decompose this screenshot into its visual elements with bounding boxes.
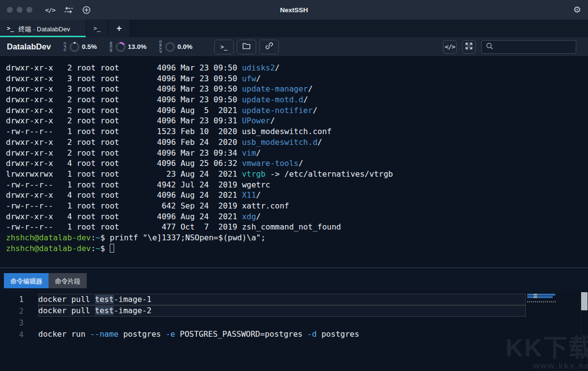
line-number: 4 [0, 329, 24, 341]
editor-scrollbar [581, 292, 588, 371]
window-minimize-button[interactable] [17, 7, 23, 13]
window-controls [7, 7, 32, 13]
terminal-line: drwxr-xr-x 2 root root 4096 Mar 23 09:50… [6, 94, 588, 105]
terminal-line: zhshch@datalab-dev:~$ printf "\e]1337;NS… [6, 232, 588, 243]
command-panel: 命令编辑器命令片段 1234 docker pull test-image-1d… [0, 268, 588, 371]
fullscreen-button[interactable] [462, 40, 476, 54]
terminal-line: drwxr-xr-x 2 root root 4096 Mar 23 09:31… [6, 116, 588, 126]
gauge-swap: SWAP0.0% [158, 40, 193, 54]
code-icon[interactable]: </> [45, 6, 55, 14]
terminal-line: drwxr-xr-x 2 root root 4096 Mar 23 09:50… [6, 63, 588, 73]
gauge-label: MEM [109, 42, 113, 52]
code-icon: </> [445, 43, 455, 50]
session-toolbar: DatalabDev CPU0.5%MEM13.0%SWAP0.0% >_ </… [0, 37, 588, 57]
window-close-button[interactable] [7, 7, 13, 13]
swap-icon[interactable] [64, 6, 74, 14]
terminal-icon: >_ [94, 25, 100, 32]
command-editor[interactable]: 1234 docker pull test-image-1docker pull… [0, 292, 588, 371]
search-input[interactable] [496, 43, 572, 50]
file-manager-button[interactable] [237, 40, 256, 54]
host-label: DatalabDev [7, 37, 51, 56]
expand-icon [465, 42, 473, 52]
terminal-line: drwxr-xr-x 4 root root 4096 Aug 24 2021 … [6, 190, 588, 201]
minimap-line [527, 296, 553, 298]
terminal-line: drwxr-xr-x 2 root root 4096 Mar 23 09:34… [6, 148, 588, 159]
link-icon [265, 42, 273, 52]
editor-line [38, 317, 526, 328]
editor-line: docker pull test-image-2 [38, 305, 526, 317]
minimap-line [527, 294, 555, 296]
new-tab-button[interactable]: + [108, 20, 130, 37]
terminal-line: zhshch@datalab-dev:~$ [6, 243, 588, 254]
terminal-line: -rw-r--r-- 1 root root 477 Oct 7 2019 zs… [6, 222, 588, 232]
editor-minimap[interactable] [527, 293, 557, 302]
terminal-output: drwxr-xr-x 2 root root 4096 Mar 23 09:50… [6, 63, 588, 254]
tab-bar: >_ 终端 · DatalabDev >_ + [0, 20, 588, 37]
editor-line: docker pull test-image-1 [38, 294, 526, 305]
add-circle-icon[interactable] [82, 6, 91, 14]
terminal-cursor [110, 244, 114, 253]
editor-content: docker pull test-image-1docker pull test… [38, 294, 526, 340]
titlebar: </> NextSSH ⚙ [0, 0, 588, 20]
gauge-value: 0.0% [177, 43, 193, 50]
terminal-line: lrwxrwxrwx 1 root root 23 Aug 24 2021 vt… [6, 169, 588, 180]
tab-terminal-2[interactable]: >_ [86, 20, 108, 37]
tab-label: 终端 · DatalabDev [18, 24, 70, 33]
terminal-icon: >_ [220, 44, 227, 50]
search-icon [486, 42, 493, 52]
gauge-ring-icon [115, 41, 126, 53]
minimap-line [527, 301, 556, 302]
panel-tab-command-snippets[interactable]: 命令片段 [49, 273, 87, 288]
gauge-label: SWAP [158, 40, 163, 54]
gauge-label: CPU [63, 42, 67, 52]
terminal-line: -rw-r--r-- 1 root root 642 Sep 24 2019 x… [6, 201, 588, 211]
code-view-button[interactable]: </> [443, 40, 457, 54]
gauge-mem: MEM13.0% [109, 41, 147, 53]
terminal-screen[interactable]: drwxr-xr-x 2 root root 4096 Mar 23 09:50… [0, 57, 588, 267]
terminal-icon: >_ [7, 25, 14, 32]
search-box [481, 40, 576, 54]
gauge-value: 0.5% [82, 43, 97, 50]
terminal-line: drwxr-xr-x 4 root root 4096 Aug 24 2021 … [6, 211, 588, 222]
terminal-line: drwxr-xr-x 2 root root 4096 Feb 24 2020 … [6, 137, 588, 148]
terminal-line: drwxr-xr-x 4 root root 4096 Aug 25 06:32… [6, 158, 588, 169]
panel-tabs: 命令编辑器命令片段 [4, 273, 87, 288]
terminal-line: -rw-r--r-- 1 root root 4942 Jul 24 2019 … [6, 180, 588, 190]
scrollbar-thumb[interactable] [581, 292, 588, 310]
folder-icon [242, 42, 251, 52]
tab-terminal-datalabdev[interactable]: >_ 终端 · DatalabDev [0, 20, 86, 37]
terminal-line: -rw-r--r-- 1 root root 1523 Feb 10 2020 … [6, 126, 588, 137]
gauge-cpu: CPU0.5% [63, 41, 97, 53]
gauge-value: 13.0% [128, 43, 147, 50]
terminal-line: drwxr-xr-x 2 root root 4096 Aug 5 2021 u… [6, 105, 588, 116]
gauge-ring-icon [69, 41, 80, 53]
line-number: 3 [0, 317, 24, 329]
terminal-line: drwxr-xr-x 3 root root 4096 Mar 23 09:50… [6, 84, 588, 94]
line-number: 2 [0, 305, 24, 317]
settings-gear-icon[interactable]: ⚙ [573, 5, 581, 14]
editor-line: docker run --name postgres -e POSTGRES_P… [38, 328, 526, 340]
link-button[interactable] [259, 40, 279, 54]
window-zoom-button[interactable] [26, 7, 32, 13]
terminal-button[interactable]: >_ [214, 40, 234, 54]
panel-tab-command-editor[interactable]: 命令编辑器 [4, 273, 49, 288]
terminal-line: drwxr-xr-x 3 root root 4096 Mar 23 09:50… [6, 73, 588, 84]
gauge-ring-icon [164, 41, 176, 53]
editor-gutter: 1234 [0, 294, 24, 341]
line-number: 1 [0, 294, 24, 305]
resource-gauges: CPU0.5%MEM13.0%SWAP0.0% [63, 37, 193, 56]
